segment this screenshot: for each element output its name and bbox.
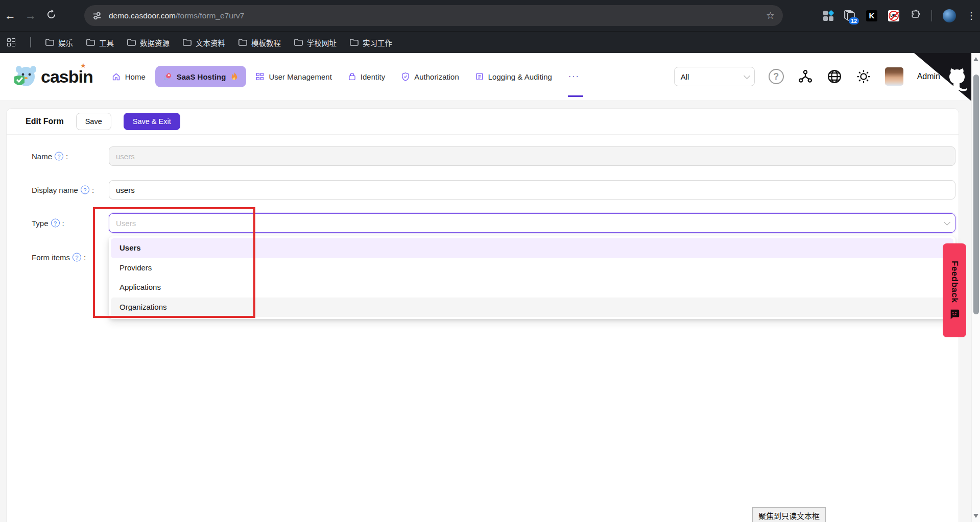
- folder-icon: [183, 39, 192, 46]
- github-corner-cat[interactable]: [914, 53, 971, 101]
- site-info-icon[interactable]: [92, 11, 102, 20]
- casbin-logo[interactable]: casbin★: [11, 63, 93, 90]
- workspaces-extension-icon[interactable]: [823, 11, 833, 21]
- grid-icon: [256, 72, 264, 81]
- toolbar-divider: [931, 10, 932, 21]
- folder-icon: [45, 39, 54, 46]
- display-name-label: Display name?:: [32, 186, 94, 194]
- nav-identity[interactable]: Identity: [342, 68, 392, 86]
- forward-icon[interactable]: →: [20, 9, 41, 22]
- rocket-icon: [163, 72, 172, 81]
- bookmark-folder[interactable]: 工具: [86, 37, 114, 48]
- nav-more[interactable]: ···: [562, 67, 586, 86]
- k-extension-icon[interactable]: K: [866, 10, 877, 21]
- apps-grid-icon[interactable]: [7, 38, 16, 47]
- type-option-applications[interactable]: Applications: [111, 278, 953, 297]
- browser-toolbar: ← → demo.casdoor.com/forms/form_e7urv7 ☆…: [0, 0, 980, 31]
- status-tooltip: 聚焦到只读文本框: [752, 507, 826, 522]
- browser-menu-icon[interactable]: ⋮: [967, 10, 976, 21]
- language-globe-icon[interactable]: [827, 69, 842, 84]
- extensions-puzzle-icon[interactable]: [910, 9, 921, 22]
- nav-logging-auditing[interactable]: Logging & Auditing: [469, 68, 559, 86]
- user-avatar[interactable]: [885, 67, 903, 86]
- feedback-tab[interactable]: Feedback: [943, 243, 966, 337]
- folder-icon: [294, 39, 303, 46]
- feedback-smiley-icon: [949, 309, 960, 320]
- active-tab-indicator: [568, 95, 583, 97]
- type-dropdown-panel: Users Providers Applications Organizatio…: [109, 236, 955, 319]
- folder-icon: [350, 39, 358, 46]
- url-text: demo.casdoor.com/forms/form_e7urv7: [109, 11, 244, 20]
- address-bar[interactable]: demo.casdoor.com/forms/form_e7urv7 ☆: [84, 5, 783, 26]
- display-name-input[interactable]: users: [109, 180, 955, 200]
- browser-profile-avatar[interactable]: [943, 9, 956, 22]
- browser-chrome: ← → demo.casdoor.com/forms/form_e7urv7 ☆…: [0, 0, 980, 53]
- edit-form-card: Edit Form Save Save & Exit Name?: users …: [6, 108, 959, 522]
- bookmarks-divider: [30, 37, 31, 47]
- name-input: users: [109, 146, 955, 166]
- lock-icon: [348, 72, 356, 81]
- casbin-mascot-icon: [11, 63, 38, 90]
- feedback-label: Feedback: [949, 261, 960, 303]
- form-items-label: Form items?:: [32, 253, 86, 262]
- nav-user-management[interactable]: User Management: [249, 68, 338, 86]
- scroll-up-arrow[interactable]: [973, 57, 978, 61]
- shield-check-icon: [401, 72, 410, 81]
- logo-text: casbin★: [41, 67, 93, 87]
- chevron-down-icon: [744, 72, 750, 79]
- reload-icon[interactable]: [41, 9, 61, 22]
- app-header: casbin★ Home SaaS Hosting User Managemen…: [0, 53, 980, 100]
- nav-home[interactable]: Home: [105, 68, 152, 86]
- save-button[interactable]: Save: [76, 113, 111, 130]
- help-circle-icon[interactable]: ?: [55, 152, 63, 161]
- scrollbar-thumb[interactable]: [973, 74, 979, 314]
- org-tree-icon[interactable]: [798, 69, 813, 84]
- help-icon[interactable]: ?: [769, 69, 784, 84]
- type-option-users[interactable]: Users: [111, 238, 953, 258]
- bookmark-folder[interactable]: 学校网址: [294, 37, 337, 48]
- main-nav: Home SaaS Hosting User Management Identi…: [105, 66, 586, 87]
- tab-groups-icon[interactable]: 12: [844, 10, 855, 21]
- save-exit-button[interactable]: Save & Exit: [124, 113, 180, 130]
- type-option-organizations[interactable]: Organizations: [111, 297, 953, 317]
- back-icon[interactable]: ←: [0, 9, 20, 22]
- logo-star-icon: ★: [80, 62, 86, 69]
- folder-icon: [86, 39, 95, 46]
- bookmark-star-icon[interactable]: ☆: [766, 10, 775, 21]
- folder-icon: [238, 39, 247, 46]
- type-select[interactable]: Users: [109, 213, 955, 233]
- nav-saas-hosting[interactable]: SaaS Hosting: [155, 66, 247, 87]
- type-label: Type?:: [32, 219, 64, 228]
- chevron-down-icon: [944, 219, 950, 226]
- bookmark-folder[interactable]: 娱乐: [45, 37, 73, 48]
- help-circle-icon[interactable]: ?: [81, 186, 89, 194]
- bookmark-folder[interactable]: 文本资料: [183, 37, 225, 48]
- type-option-providers[interactable]: Providers: [111, 258, 953, 278]
- tab-count-badge: 12: [849, 17, 859, 24]
- bookmark-folder[interactable]: 实习工作: [350, 37, 392, 48]
- nav-authorization[interactable]: Authorization: [395, 68, 466, 86]
- folder-icon: [127, 39, 136, 46]
- bookmarks-bar: 娱乐 工具 数据资源 文本资料 模板教程 学校网址 实习工作: [0, 31, 980, 53]
- organization-select[interactable]: All: [674, 67, 755, 86]
- audit-log-icon: [475, 72, 484, 81]
- theme-sun-icon[interactable]: [856, 69, 871, 84]
- name-label: Name?:: [32, 152, 68, 161]
- bookmark-folder[interactable]: 模板教程: [238, 37, 281, 48]
- url-blocker-extension-icon[interactable]: URL: [888, 10, 899, 21]
- help-circle-icon[interactable]: ?: [51, 219, 60, 228]
- page-scrollbar[interactable]: [971, 53, 980, 522]
- page-title: Edit Form: [26, 117, 64, 126]
- scroll-down-arrow[interactable]: [973, 514, 978, 518]
- help-circle-icon[interactable]: ?: [73, 253, 81, 262]
- fire-icon: [230, 72, 238, 81]
- home-icon: [112, 72, 121, 81]
- bookmark-folder[interactable]: 数据资源: [127, 37, 170, 48]
